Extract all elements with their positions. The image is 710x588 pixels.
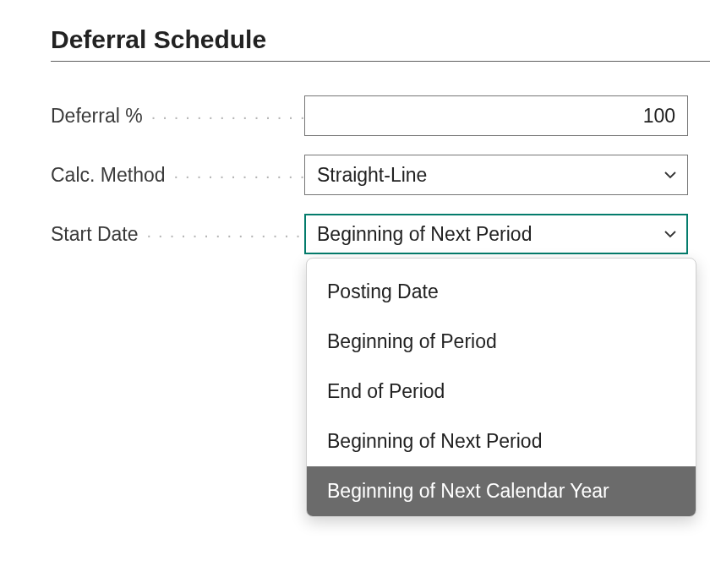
option-end-of-period[interactable]: End of Period <box>307 367 696 416</box>
label-text-deferral-percent: Deferral % <box>51 105 151 128</box>
start-date-select[interactable]: Beginning of Next Period Posting Date Be… <box>304 214 688 254</box>
start-date-dropdown: Posting Date Beginning of Period End of … <box>306 258 696 517</box>
row-calc-method: Calc. Method ··············· Straight-Li… <box>51 155 710 195</box>
option-beginning-of-next-calendar-year[interactable]: Beginning of Next Calendar Year <box>307 466 696 516</box>
start-date-value: Beginning of Next Period <box>317 223 532 246</box>
option-posting-date[interactable]: Posting Date <box>307 267 696 317</box>
option-beginning-of-next-period[interactable]: Beginning of Next Period <box>307 416 696 466</box>
chevron-down-icon <box>664 227 677 241</box>
row-deferral-percent: Deferral % ··············· 100 <box>51 95 710 136</box>
label-dots: ··············· <box>151 107 304 127</box>
label-deferral-percent: Deferral % ··············· <box>51 105 304 128</box>
calc-method-select[interactable]: Straight-Line <box>304 155 688 195</box>
option-beginning-of-period[interactable]: Beginning of Period <box>307 317 696 367</box>
calc-method-value: Straight-Line <box>317 164 427 187</box>
label-text-start-date: Start Date <box>51 223 147 246</box>
section-title: Deferral Schedule <box>51 25 710 61</box>
deferral-percent-input[interactable]: 100 <box>304 95 688 136</box>
label-dots: ··············· <box>174 166 304 186</box>
label-dots: ··············· <box>147 226 304 245</box>
label-start-date: Start Date ··············· <box>51 223 304 246</box>
label-text-calc-method: Calc. Method <box>51 164 174 187</box>
chevron-down-icon <box>664 168 677 182</box>
row-start-date: Start Date ··············· Beginning of … <box>51 214 710 254</box>
label-calc-method: Calc. Method ··············· <box>51 164 304 187</box>
section-divider <box>51 61 710 62</box>
